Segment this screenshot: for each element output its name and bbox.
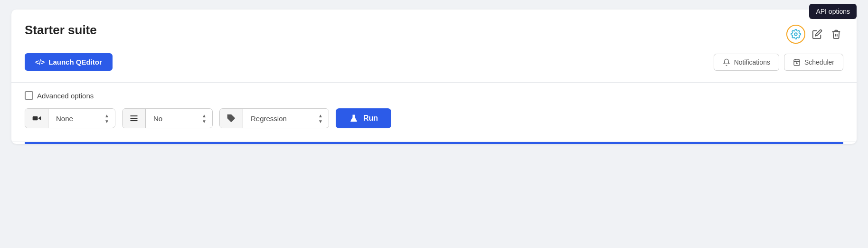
scheduler-label: Scheduler — [804, 58, 834, 66]
notifications-label: Notifications — [734, 58, 770, 66]
main-card: Starter suite — [11, 10, 857, 144]
scheduler-button[interactable]: Scheduler — [784, 54, 843, 71]
row-actions: </> Launch QEditor Notifications — [25, 53, 843, 71]
suite-type-select-group: Regression Smoke Sanity Full ▲ ▼ — [219, 108, 329, 128]
svg-marker-8 — [38, 116, 41, 120]
options-row: None Record On Failure ▲ ▼ — [25, 108, 843, 142]
video-select[interactable]: None Record On Failure — [48, 110, 115, 127]
gear-icon — [791, 29, 801, 39]
trash-icon — [831, 29, 841, 39]
calendar-icon — [793, 58, 801, 66]
api-options-button[interactable] — [786, 25, 805, 44]
flask-icon — [349, 114, 359, 123]
divider-1 — [11, 82, 857, 83]
card-header: Starter suite — [25, 23, 843, 44]
advanced-options-checkbox[interactable] — [25, 91, 33, 100]
video-select-group: None Record On Failure ▲ ▼ — [25, 108, 115, 128]
video-select-wrapper: None Record On Failure ▲ ▼ — [48, 110, 115, 127]
code-icon: </> — [35, 58, 45, 66]
suite-type-select[interactable]: Regression Smoke Sanity Full — [243, 110, 329, 127]
list-icon — [129, 114, 139, 123]
api-options-tooltip: API options — [809, 4, 857, 19]
parallel-select-wrapper: No Yes ▲ ▼ — [146, 110, 212, 127]
parallel-icon-box — [123, 109, 146, 128]
edit-button[interactable] — [810, 27, 824, 41]
tag-icon — [226, 114, 236, 123]
api-options-tooltip-text: API options — [816, 8, 850, 15]
bell-icon — [723, 58, 730, 66]
parallel-select[interactable]: No Yes — [146, 110, 212, 127]
advanced-options-label[interactable]: Advanced options — [25, 91, 94, 100]
launch-qeditor-button[interactable]: </> Launch QEditor — [25, 53, 113, 71]
advanced-options-row: Advanced options — [25, 91, 843, 100]
suite-type-icon-box — [220, 109, 243, 128]
notifications-button[interactable]: Notifications — [714, 54, 779, 71]
page-container: API options Starter suite — [0, 0, 868, 248]
svg-point-0 — [794, 33, 797, 36]
pencil-icon — [812, 29, 822, 39]
blue-bar — [25, 142, 843, 144]
advanced-options-text: Advanced options — [37, 92, 94, 100]
suite-type-select-wrapper: Regression Smoke Sanity Full ▲ ▼ — [243, 110, 329, 127]
right-buttons: Notifications Scheduler — [714, 54, 843, 71]
suite-title: Starter suite — [25, 23, 97, 38]
parallel-select-group: No Yes ▲ ▼ — [122, 108, 213, 128]
delete-button[interactable] — [829, 27, 843, 41]
run-button[interactable]: Run — [336, 108, 391, 128]
run-btn-label: Run — [363, 114, 378, 123]
svg-rect-7 — [33, 116, 38, 120]
video-camera-icon — [32, 114, 41, 123]
header-actions — [786, 25, 843, 44]
launch-btn-label: Launch QEditor — [48, 58, 102, 66]
video-icon-box — [25, 109, 48, 128]
